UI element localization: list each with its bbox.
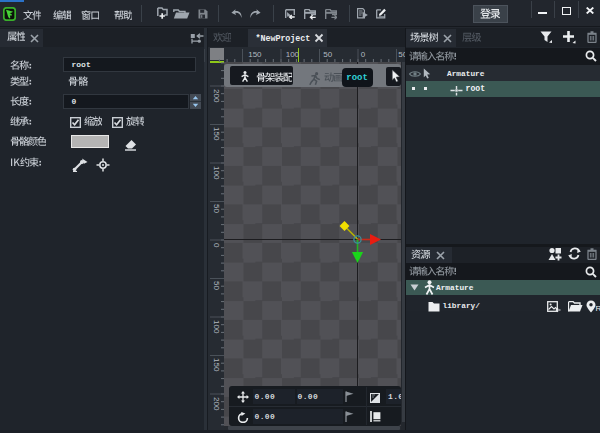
svg-text:R: R <box>596 304 600 313</box>
